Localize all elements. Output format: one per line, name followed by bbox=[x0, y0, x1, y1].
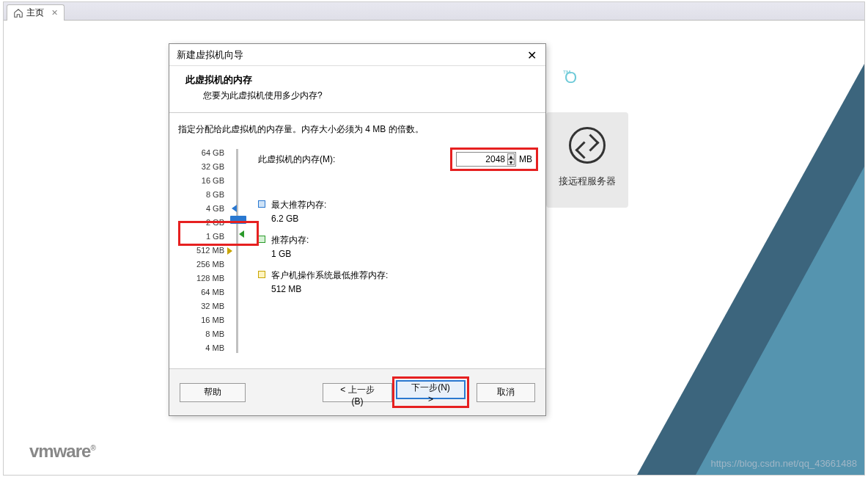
recommended-marker bbox=[227, 247, 232, 255]
square-blue-icon bbox=[258, 200, 265, 208]
close-icon[interactable]: ✕ bbox=[51, 8, 58, 18]
tab-bar: 主页 ✕ bbox=[4, 2, 864, 21]
spin-down[interactable]: ▼ bbox=[507, 159, 515, 165]
remote-server-card[interactable]: 接远程服务器 bbox=[546, 112, 628, 208]
bg-tm: ™ bbox=[562, 68, 571, 79]
min-rec-label: 客户机操作系统最低推荐内存: bbox=[271, 269, 388, 282]
memory-info: 此虚拟机的内存(M): ▲ ▼ MB 最 bbox=[242, 146, 538, 305]
next-button-highlight: 下一步(N) > bbox=[392, 376, 469, 408]
min-rec-value: 512 MB bbox=[271, 284, 388, 294]
max-rec-label: 最大推荐内存: bbox=[271, 199, 326, 211]
dialog-header: 此虚拟机的内存 您要为此虚拟机使用多少内存? bbox=[169, 66, 545, 113]
remote-arrows-icon bbox=[569, 127, 606, 164]
wizard-dialog: 新建虚拟机向导 ✕ 此虚拟机的内存 您要为此虚拟机使用多少内存? 指定分配给此虚… bbox=[169, 43, 546, 416]
remote-label: 接远程服务器 bbox=[546, 175, 628, 188]
spin-up[interactable]: ▲ bbox=[507, 153, 515, 159]
instruction-text: 指定分配给此虚拟机的内存量。内存大小必须为 4 MB 的倍数。 bbox=[178, 123, 538, 136]
dialog-footer: 帮助 < 上一步(B) 下一步(N) > 取消 bbox=[169, 368, 545, 415]
memory-input-highlight: ▲ ▼ MB bbox=[450, 148, 538, 171]
tab-home[interactable]: 主页 ✕ bbox=[7, 4, 65, 21]
max-recommended-marker bbox=[232, 205, 237, 212]
memory-label: 此虚拟机的内存(M): bbox=[258, 153, 335, 166]
close-button[interactable]: ✕ bbox=[525, 48, 538, 62]
memory-scale-labels: 64 GB 32 GB 16 GB 8 GB 4 GB 2 GB 1 GB 51… bbox=[177, 146, 232, 355]
memory-unit: MB bbox=[519, 154, 532, 164]
cancel-button[interactable]: 取消 bbox=[477, 383, 535, 402]
square-green-icon bbox=[258, 236, 265, 243]
max-rec-value: 6.2 GB bbox=[271, 214, 326, 224]
home-icon bbox=[13, 8, 23, 18]
dialog-heading: 此虚拟机的内存 bbox=[185, 73, 529, 87]
bg-triangle-light bbox=[696, 167, 864, 475]
square-yellow-icon bbox=[258, 271, 265, 278]
vmware-logo: vmware® bbox=[29, 441, 95, 462]
help-button[interactable]: 帮助 bbox=[180, 383, 246, 402]
back-button[interactable]: < 上一步(B) bbox=[323, 383, 392, 402]
tab-label: 主页 bbox=[26, 7, 44, 19]
dialog-body: 指定分配给此虚拟机的内存量。内存大小必须为 4 MB 的倍数。 64 GB 32… bbox=[169, 113, 545, 368]
watermark: https://blog.csdn.net/qq_43661488 bbox=[711, 458, 858, 469]
main-window: 主页 ✕ O ™ 接远程服务器 vmware® https://blog.csd… bbox=[3, 1, 865, 476]
next-button[interactable]: 下一步(N) > bbox=[396, 380, 466, 399]
rec-value: 1 GB bbox=[271, 249, 309, 259]
rec-label: 推荐内存: bbox=[271, 234, 309, 247]
dialog-titlebar: 新建虚拟机向导 ✕ bbox=[169, 44, 545, 66]
dialog-subheading: 您要为此虚拟机使用多少内存? bbox=[185, 90, 529, 102]
dialog-title: 新建虚拟机向导 bbox=[177, 48, 243, 62]
